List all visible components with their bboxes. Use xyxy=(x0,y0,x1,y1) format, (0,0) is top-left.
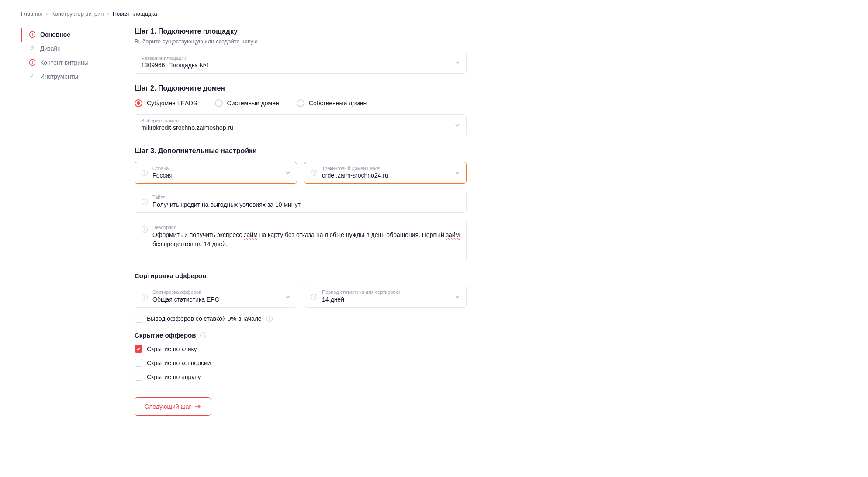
svg-rect-25 xyxy=(269,318,270,320)
country-select[interactable]: Страна Россия xyxy=(135,162,297,184)
chevron-down-icon xyxy=(285,170,290,175)
field-label: Сортировка офферов xyxy=(152,289,290,295)
hiding-section-title: Скрытие офферов xyxy=(135,331,467,339)
field-value: Оформить и получить экспресс займ на кар… xyxy=(152,230,460,249)
svg-rect-16 xyxy=(144,229,145,231)
svg-rect-17 xyxy=(144,228,145,229)
chevron-down-icon xyxy=(285,294,290,299)
sidebar-item-label: Дизайн xyxy=(40,45,61,52)
checkbox-label: Скрытие по апруву xyxy=(147,373,201,380)
info-icon xyxy=(311,169,318,176)
svg-rect-4 xyxy=(32,61,32,63)
field-value: order.zaim-srochno24.ru xyxy=(322,171,460,180)
main-content: Шаг 1. Подключите площадку Выберите суще… xyxy=(135,28,467,416)
chevron-right-icon: › xyxy=(46,10,48,17)
svg-rect-5 xyxy=(32,63,32,64)
field-label: Description xyxy=(152,225,460,230)
svg-rect-23 xyxy=(314,295,314,296)
svg-rect-28 xyxy=(203,335,203,337)
field-value: 14 дней xyxy=(322,296,460,304)
radio-label: Собственный домен xyxy=(309,100,367,107)
field-label: Период статистики для сортировки xyxy=(322,289,460,295)
field-value: Россия xyxy=(152,171,290,180)
svg-rect-29 xyxy=(203,334,203,334)
title-input[interactable]: Тайтл Получить кредит на выгодных услови… xyxy=(135,191,467,213)
field-label: Тайтл xyxy=(152,195,460,200)
warning-circle-icon xyxy=(29,59,36,66)
info-icon xyxy=(141,226,148,233)
info-icon xyxy=(266,315,273,322)
chevron-down-icon xyxy=(455,60,460,65)
warning-circle-icon xyxy=(29,31,36,38)
info-icon xyxy=(141,198,148,205)
svg-rect-14 xyxy=(144,200,145,201)
svg-rect-11 xyxy=(314,171,314,171)
checkbox-label: Вывод офферов со ставкой 0% вначале xyxy=(147,315,262,322)
radio-subdomain-leads[interactable]: Субдомен LEADS xyxy=(135,99,197,107)
radio-label: Системный домен xyxy=(227,100,279,107)
sidebar-item-main[interactable]: Основное xyxy=(21,28,108,42)
step2-title: Шаг 2. Подключите домен xyxy=(135,84,467,92)
description-input[interactable]: Description Оформить и получить экспресс… xyxy=(135,220,467,261)
svg-rect-7 xyxy=(144,172,145,174)
sort-select[interactable]: Сортировка офферов Общая статистика EPC xyxy=(135,286,297,308)
step1-subtitle: Выберите существующую или создайте новую xyxy=(135,38,467,45)
step3-title: Шаг 3. Дополнительные настройки xyxy=(135,147,467,155)
checkbox-icon xyxy=(135,359,142,367)
breadcrumb-constructor[interactable]: Конструктор витрин xyxy=(52,10,104,17)
svg-rect-8 xyxy=(144,171,145,171)
sorting-section-title: Сортировка офферов xyxy=(135,272,467,279)
hide-by-conversion-checkbox-row[interactable]: Скрытие по конверсии xyxy=(135,359,467,367)
field-value: Получить кредит на выгодных условиях за … xyxy=(152,201,460,209)
svg-rect-26 xyxy=(269,317,270,318)
arrow-right-icon xyxy=(195,404,201,409)
sidebar-item-num: 4 xyxy=(29,73,36,80)
field-label: Выберите домен xyxy=(141,118,460,124)
svg-rect-1 xyxy=(32,33,32,35)
button-label: Следующий шаг xyxy=(145,403,191,410)
radio-system-domain[interactable]: Системный домен xyxy=(215,99,279,107)
period-select[interactable]: Период статистики для сортировки 14 дней xyxy=(304,286,467,308)
sidebar-item-content[interactable]: Контент витрины xyxy=(21,56,108,70)
checkbox-icon xyxy=(135,373,142,381)
radio-label: Субдомен LEADS xyxy=(147,100,197,107)
next-step-button[interactable]: Следующий шаг xyxy=(135,397,211,416)
checkbox-label: Скрытие по конверсии xyxy=(147,359,211,366)
sidebar: Основное 2 Дизайн Контент витрины 4 Инст… xyxy=(21,28,108,416)
svg-rect-13 xyxy=(144,202,145,203)
chevron-down-icon xyxy=(455,122,460,128)
domain-type-radio-group: Субдомен LEADS Системный домен Собственн… xyxy=(135,99,467,107)
checkbox-icon xyxy=(135,345,142,353)
radio-icon xyxy=(297,99,304,107)
zero-rate-checkbox-row[interactable]: Вывод офферов со ставкой 0% вначале xyxy=(135,315,467,323)
svg-rect-2 xyxy=(32,35,32,36)
field-value: 1309966, Площадка №1 xyxy=(141,61,460,70)
field-value: mikrokredit-srochno.zaimoshop.ru xyxy=(141,124,460,132)
hide-by-click-checkbox-row[interactable]: Скрытие по клику xyxy=(135,345,467,353)
sidebar-item-design[interactable]: 2 Дизайн xyxy=(21,42,108,56)
platform-select[interactable]: Название площадки 1309966, Площадка №1 xyxy=(135,52,467,74)
domain-select[interactable]: Выберите домен mikrokredit-srochno.zaimo… xyxy=(135,114,467,136)
chevron-down-icon xyxy=(455,170,460,175)
checkbox-label: Скрытие по клику xyxy=(147,345,197,352)
sidebar-item-num: 2 xyxy=(29,45,36,52)
chevron-right-icon: › xyxy=(107,10,109,17)
breadcrumb-current: Новая площадка xyxy=(113,10,157,17)
svg-rect-10 xyxy=(314,172,314,174)
field-label: Трекинговый домен Leads xyxy=(322,166,460,171)
info-icon xyxy=(141,169,148,176)
breadcrumb-home[interactable]: Главная xyxy=(21,10,42,17)
field-value: Общая статистика EPC xyxy=(152,296,290,304)
sidebar-item-label: Контент витрины xyxy=(40,59,89,66)
sidebar-item-label: Инструменты xyxy=(40,73,78,80)
step1-title: Шаг 1. Подключите площадку xyxy=(135,28,467,35)
sidebar-item-tools[interactable]: 4 Инструменты xyxy=(21,70,108,84)
svg-rect-22 xyxy=(314,296,314,298)
radio-icon xyxy=(215,99,223,107)
radio-own-domain[interactable]: Собственный домен xyxy=(297,99,367,107)
tracking-domain-select[interactable]: Трекинговый домен Leads order.zaim-sroch… xyxy=(304,162,467,184)
info-icon xyxy=(141,293,148,300)
field-label: Страна xyxy=(152,166,290,171)
sidebar-item-label: Основное xyxy=(40,31,70,38)
hide-by-approve-checkbox-row[interactable]: Скрытие по апруву xyxy=(135,373,467,381)
